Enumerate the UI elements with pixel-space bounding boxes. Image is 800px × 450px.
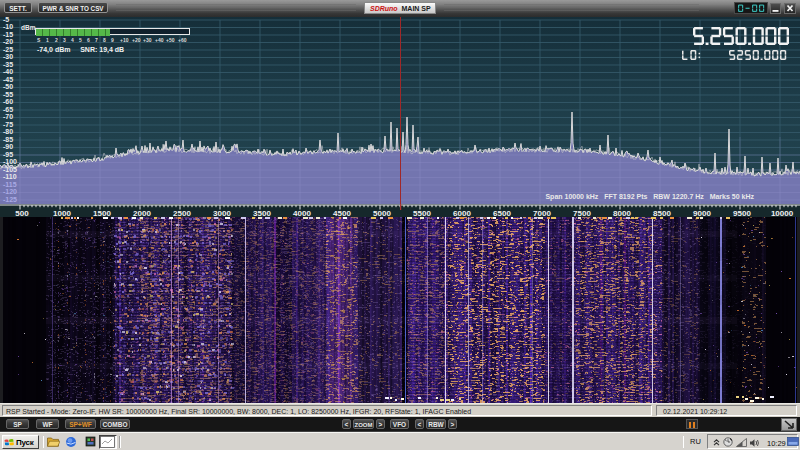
svg-text:9000: 9000 (693, 209, 711, 217)
svg-text:1500: 1500 (93, 209, 111, 217)
svg-text:7000: 7000 (533, 209, 551, 217)
svg-text:3500: 3500 (253, 209, 271, 217)
svg-text:2500: 2500 (173, 209, 191, 217)
svg-text:8500: 8500 (653, 209, 671, 217)
svg-text:7500: 7500 (573, 209, 591, 217)
svg-text:5000: 5000 (373, 209, 391, 217)
svg-text:4000: 4000 (293, 209, 311, 217)
svg-text:10000: 10000 (771, 209, 794, 217)
svg-text:3000: 3000 (213, 209, 231, 217)
svg-text:5500: 5500 (413, 209, 431, 217)
svg-text:6500: 6500 (493, 209, 511, 217)
svg-text:4500: 4500 (333, 209, 351, 217)
svg-text:6000: 6000 (453, 209, 471, 217)
svg-text:8000: 8000 (613, 209, 631, 217)
svg-text:1000: 1000 (53, 209, 71, 217)
svg-text:2000: 2000 (133, 209, 151, 217)
svg-text:500: 500 (15, 209, 29, 217)
svg-text:9500: 9500 (733, 209, 751, 217)
